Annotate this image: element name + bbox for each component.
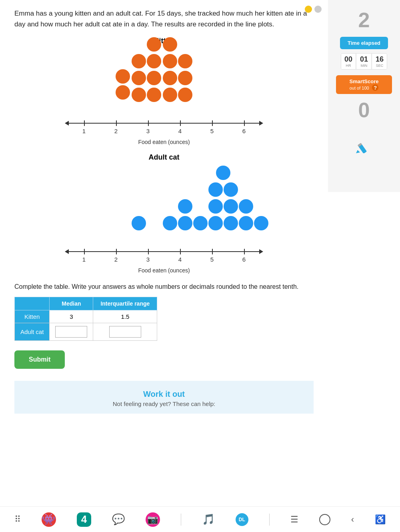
kitten-dot	[147, 88, 161, 102]
kitten-dot	[147, 71, 161, 85]
tick-3: 3	[148, 120, 149, 126]
adultcat-dot	[208, 199, 223, 214]
kitten-dot	[163, 71, 177, 85]
main-content: Emma has a young kitten and an adult cat…	[0, 0, 328, 422]
kitten-dot-plot	[68, 48, 260, 116]
timer-display: 00 HR 01 MIN 16 SEC	[341, 53, 387, 70]
kitten-chart: Kitten	[14, 37, 314, 146]
accessibility-icon[interactable]: ♿	[375, 514, 386, 525]
menu-bars-icon[interactable]: ☰	[290, 514, 298, 525]
tick-2: 2	[116, 120, 117, 126]
kitten-dot	[116, 69, 130, 84]
adultcat-iqr-cell[interactable]	[93, 323, 157, 340]
kitten-dot	[163, 54, 177, 68]
table-cell-kitten-label: Kitten	[15, 310, 50, 323]
timer-hr: 00 HR	[341, 54, 356, 69]
adultcat-number-line: 1 2 3 4 5 6 Food eaten (ounces)	[68, 248, 260, 274]
kitten-axis: 1 2 3 4 5 6	[68, 120, 260, 128]
kitten-dot	[132, 88, 146, 102]
kitten-dot	[147, 54, 161, 68]
timer-min: 01 MIN	[357, 54, 372, 69]
adultcat-dot	[239, 199, 253, 214]
help-icon[interactable]: ?	[372, 84, 378, 91]
kitten-dot	[178, 71, 192, 85]
kitten-dot	[163, 37, 177, 52]
question-number: 2	[358, 8, 370, 32]
adultcat-axis-arrow	[68, 251, 260, 252]
adultcat-dot	[178, 199, 192, 214]
adultcat-dot	[208, 216, 223, 230]
adultcat-dot	[132, 216, 146, 230]
adultcat-dot	[163, 216, 177, 230]
tiktok-icon[interactable]: 🎵	[202, 513, 215, 526]
table-header-iqr: Interquartile range	[93, 297, 157, 310]
adultcat-median-input[interactable]	[55, 326, 87, 338]
adultcat-dot	[224, 182, 238, 197]
tick-4: 4	[180, 249, 181, 254]
table-cell-kitten-median: 3	[50, 310, 93, 323]
data-table: Median Interquartile range Kitten 3 1.5 …	[14, 297, 157, 341]
work-it-out-title: Work it out	[14, 390, 314, 399]
dot-1	[305, 6, 312, 13]
table-cell-adultcat-label: Adult cat	[15, 323, 50, 340]
progress-dots	[305, 6, 322, 13]
kitten-dot	[178, 88, 192, 102]
bottom-nav: ⠿ 👾 4 💬 📷 🎵 DL ☰ ‹ ♿	[0, 506, 400, 532]
tick-6: 6	[244, 249, 245, 254]
adultcat-axis: 1 2 3 4 5 6	[68, 248, 260, 256]
kitten-dot	[147, 37, 161, 52]
adultcat-dot	[178, 216, 192, 230]
tick-3: 3	[148, 249, 149, 254]
tick-2: 2	[116, 249, 117, 254]
adultcat-chart: Adult cat 1	[14, 153, 314, 274]
adultcat-dot	[193, 216, 208, 230]
kitten-dot	[163, 88, 177, 102]
adultcat-iqr-input[interactable]	[109, 326, 141, 338]
table-row: Adult cat	[15, 323, 157, 340]
nav-divider-1	[181, 514, 181, 526]
table-cell-kitten-iqr: 1.5	[93, 310, 157, 323]
calendar-icon[interactable]: 4	[77, 512, 91, 527]
adultcat-dot	[254, 216, 268, 230]
camera-icon[interactable]: 📷	[146, 512, 160, 527]
adultcat-dot	[208, 182, 223, 197]
table-row: Kitten 3 1.5	[15, 310, 157, 323]
adultcat-dot	[216, 166, 230, 180]
work-it-out-section: Work it out Not feeling ready yet? These…	[14, 381, 314, 414]
kitten-dot	[116, 85, 130, 100]
adultcat-dot	[224, 199, 238, 214]
adultcat-dot	[239, 216, 253, 230]
kitten-dot	[178, 54, 192, 68]
tick-5: 5	[212, 249, 213, 254]
nav-divider-2	[269, 514, 270, 526]
adultcat-dot-plot	[68, 165, 260, 245]
sidebar: 2 Time elapsed 00 HR 01 MIN 16 SEC Smart…	[328, 0, 400, 192]
table-header-median: Median	[50, 297, 93, 310]
pencil-icon	[354, 134, 374, 155]
adultcat-median-cell[interactable]	[50, 323, 93, 340]
problem-text: Emma has a young kitten and an adult cat…	[14, 8, 314, 30]
adultcat-xlabel: Food eaten (ounces)	[68, 267, 260, 274]
smartscore-value: 0	[358, 98, 370, 122]
back-icon[interactable]: ‹	[351, 514, 354, 525]
instruction-text: Complete the table. Write your answers a…	[14, 282, 314, 292]
submit-button[interactable]: Submit	[14, 350, 65, 369]
time-elapsed-button: Time elapsed	[340, 37, 388, 49]
tick-1: 1	[84, 249, 85, 254]
kitten-dot	[132, 54, 146, 68]
circle-icon[interactable]	[319, 514, 330, 525]
chat-icon[interactable]: 💬	[112, 513, 125, 526]
user-avatar[interactable]: DL	[236, 513, 248, 526]
smartscore-button: SmartScore out of 100 ?	[336, 75, 392, 94]
table-header-empty	[15, 297, 50, 310]
grid-icon[interactable]: ⠿	[14, 514, 21, 525]
svg-marker-1	[356, 150, 360, 153]
adultcat-chart-title: Adult cat	[148, 153, 179, 162]
kitten-axis-arrow	[68, 123, 260, 124]
tick-6: 6	[244, 120, 245, 126]
adultcat-dot	[224, 216, 238, 230]
kitten-xlabel: Food eaten (ounces)	[68, 139, 260, 145]
reddit-icon[interactable]: 👾	[42, 512, 56, 527]
kitten-number-line: 1 2 3 4 5 6 Food eaten (ounces)	[68, 120, 260, 145]
dot-2	[314, 6, 322, 13]
